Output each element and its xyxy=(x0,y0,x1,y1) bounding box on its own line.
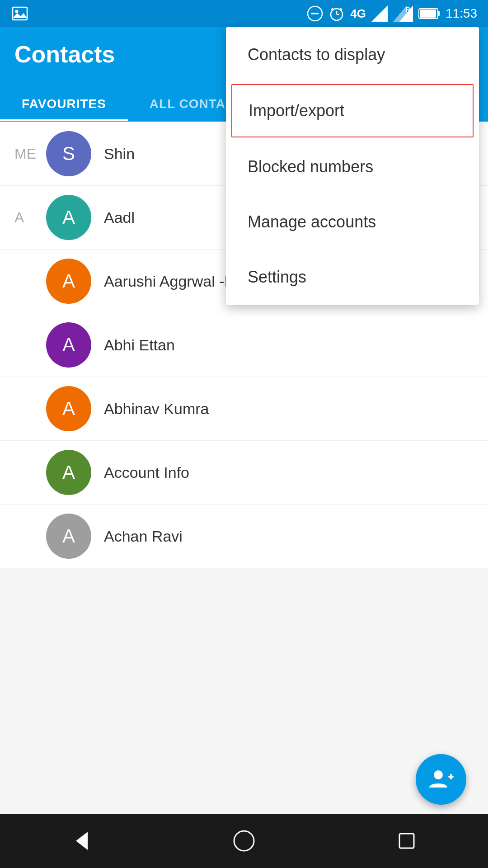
menu-item-manage-accounts[interactable]: Manage accounts xyxy=(226,194,479,250)
avatar-abhinav: A xyxy=(46,386,91,431)
avatar-shin: S xyxy=(46,131,91,176)
svg-point-1 xyxy=(15,10,19,13)
network-4g: 4G xyxy=(350,7,366,21)
dropdown-menu: Contacts to display Import/export Blocke… xyxy=(226,27,479,305)
image-icon xyxy=(11,5,29,23)
svg-point-20 xyxy=(234,831,254,851)
avatar-achan: A xyxy=(46,514,91,559)
add-person-icon xyxy=(428,767,454,792)
contact-item-abhinav[interactable]: A Abhinav Kumra xyxy=(0,377,488,441)
svg-rect-15 xyxy=(420,9,436,18)
battery-icon xyxy=(418,7,440,20)
roaming-signal-icon: R xyxy=(393,5,413,22)
avatar-account-info: A xyxy=(46,450,91,495)
contact-name-account-info: Account Info xyxy=(104,464,474,481)
svg-marker-9 xyxy=(371,5,388,22)
contact-item-abhi[interactable]: A Abhi Ettan xyxy=(0,313,488,377)
app-title: Contacts xyxy=(14,41,115,68)
menu-item-settings[interactable]: Settings xyxy=(226,250,479,305)
contact-name-abhinav: Abhinav Kumra xyxy=(104,400,474,418)
avatar-aarushi: A xyxy=(46,259,91,304)
contact-name-achan: Achan Ravi xyxy=(104,528,474,545)
status-bar: 4G R 11:53 xyxy=(0,0,488,27)
svg-rect-21 xyxy=(399,834,414,848)
contact-item-account-info[interactable]: A Account Info xyxy=(0,441,488,505)
status-bar-icons: 4G R 11:53 xyxy=(307,5,477,22)
section-label-a: A xyxy=(14,209,42,226)
avatar-abhi: A xyxy=(46,322,91,368)
nav-bar xyxy=(0,814,488,868)
home-button[interactable] xyxy=(226,823,262,859)
contact-name-abhi: Abhi Ettan xyxy=(104,336,474,354)
alarm-icon xyxy=(328,5,345,22)
home-icon xyxy=(231,828,257,854)
recents-icon xyxy=(394,828,419,854)
menu-item-import-export[interactable]: Import/export xyxy=(231,84,474,137)
back-icon xyxy=(69,828,94,854)
avatar-aadl: A xyxy=(46,195,91,240)
svg-point-16 xyxy=(434,770,443,779)
svg-rect-14 xyxy=(438,11,440,16)
menu-item-blocked-numbers[interactable]: Blocked numbers xyxy=(226,139,479,194)
section-label-me: ME xyxy=(14,146,42,162)
menu-item-contacts-to-display[interactable]: Contacts to display xyxy=(226,27,479,82)
signal-icon xyxy=(371,5,388,22)
back-button[interactable] xyxy=(63,823,99,859)
recents-button[interactable] xyxy=(389,823,425,859)
time-display: 11:53 xyxy=(446,6,477,21)
contact-item-achan[interactable]: A Achan Ravi xyxy=(0,505,488,568)
status-bar-left xyxy=(11,5,29,23)
svg-marker-19 xyxy=(76,832,88,850)
tab-favourites[interactable]: FAVOURITES xyxy=(0,97,128,121)
add-contact-fab[interactable] xyxy=(416,754,466,805)
dnd-icon xyxy=(307,5,323,22)
